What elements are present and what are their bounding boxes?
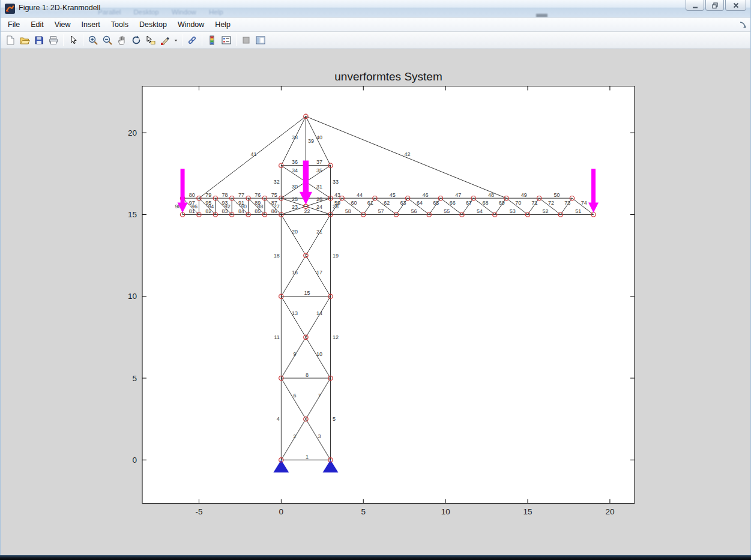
element-label-5: 5 [333, 416, 336, 422]
element-label-35: 35 [316, 167, 322, 173]
toolbar-separator [236, 34, 237, 46]
minimize-button[interactable] [686, 0, 704, 11]
print-figure-button[interactable] [46, 33, 61, 47]
element-label-97: 97 [189, 200, 195, 206]
new-figure-button[interactable] [3, 33, 17, 47]
element-label-80: 80 [189, 192, 195, 198]
new-figure-icon [5, 35, 16, 46]
menu-bar: FileEditViewInsertToolsDesktopWindowHelp [0, 17, 751, 32]
element-label-2: 2 [293, 433, 296, 439]
element-label-9: 9 [293, 351, 296, 357]
element-label-66: 66 [450, 200, 456, 206]
plot-area[interactable] [142, 86, 635, 504]
element-label-20: 20 [292, 229, 298, 235]
element-label-87: 87 [271, 200, 277, 206]
insert-legend-icon [221, 35, 232, 46]
plot-svg: unverformtes System-50510152005101520123… [0, 49, 751, 555]
element-label-86: 86 [271, 208, 277, 214]
element-label-48: 48 [488, 192, 494, 198]
toolbar-separator [202, 34, 202, 46]
element-label-52: 52 [542, 208, 548, 214]
matlab-logo-icon [5, 4, 15, 14]
zoom-out-button[interactable] [100, 33, 115, 47]
element-label-39: 39 [308, 138, 314, 144]
element-label-71: 71 [532, 200, 538, 206]
element-label-18: 18 [274, 253, 280, 259]
figure-toolbar [0, 32, 751, 49]
element-label-55: 55 [444, 208, 450, 214]
element-label-33: 33 [333, 179, 339, 185]
element-label-67: 67 [466, 200, 472, 206]
element-label-49: 49 [521, 192, 527, 198]
element-label-65: 65 [433, 200, 439, 206]
element-label-36: 36 [292, 159, 298, 165]
link-plot-button[interactable] [185, 33, 199, 47]
menu-item-help[interactable]: Help [210, 18, 236, 31]
zoom-in-icon [88, 35, 98, 46]
edit-plot-pointer-icon [68, 35, 79, 46]
x-tick-label: 5 [361, 507, 366, 516]
minimize-icon [691, 1, 699, 10]
element-label-32: 32 [274, 179, 280, 185]
y-tick-label: 0 [132, 456, 137, 465]
brush-data-button[interactable] [158, 33, 172, 47]
menu-item-tools[interactable]: Tools [106, 18, 134, 31]
element-label-3: 3 [318, 433, 321, 439]
element-label-60: 60 [351, 200, 357, 206]
menu-item-edit[interactable]: Edit [25, 18, 49, 31]
matlab-figure-window: Figure 1: 2D-Kranmodell Parallel Desktop… [0, 0, 751, 560]
element-label-53: 53 [510, 208, 516, 214]
close-button[interactable] [725, 0, 746, 11]
element-label-40: 40 [316, 134, 322, 140]
element-label-13: 13 [292, 310, 298, 316]
rotate-3d-button[interactable] [129, 33, 143, 47]
save-figure-button[interactable] [32, 33, 46, 47]
pan-hand-button[interactable] [115, 33, 129, 47]
menu-item-desktop[interactable]: Desktop [134, 18, 172, 31]
element-label-34: 34 [292, 167, 298, 173]
element-label-41: 41 [250, 151, 256, 157]
show-plot-tools-button[interactable] [253, 33, 268, 47]
element-label-19: 19 [333, 253, 339, 259]
insert-legend-button[interactable] [219, 33, 234, 47]
element-label-7: 7 [318, 393, 321, 399]
element-label-68: 68 [482, 200, 488, 206]
hide-plot-tools-button[interactable] [239, 33, 253, 47]
restore-button[interactable] [705, 0, 724, 11]
y-tick-label: 10 [128, 292, 137, 301]
restore-icon [711, 1, 719, 10]
menu-item-view[interactable]: View [49, 18, 76, 31]
element-label-59: 59 [334, 200, 340, 206]
rotate-3d-icon [131, 35, 142, 46]
element-label-50: 50 [554, 192, 560, 198]
print-figure-icon [48, 35, 59, 46]
edit-plot-pointer-button[interactable] [66, 33, 80, 47]
x-tick-label: 15 [523, 507, 532, 516]
element-label-78: 78 [222, 192, 228, 198]
element-label-44: 44 [357, 192, 363, 198]
element-label-70: 70 [515, 200, 521, 206]
open-file-icon [19, 35, 30, 46]
brush-dropdown-button[interactable] [172, 33, 179, 47]
menu-item-window[interactable]: Window [172, 18, 210, 31]
x-tick-label: 10 [441, 507, 450, 516]
menu-item-file[interactable]: File [2, 18, 25, 31]
element-label-64: 64 [417, 200, 423, 206]
element-label-23: 23 [292, 204, 298, 210]
close-icon [732, 1, 740, 10]
insert-colorbar-button[interactable] [205, 33, 219, 47]
element-label-37: 37 [316, 159, 322, 165]
dock-figure-arrow-icon[interactable] [738, 20, 747, 29]
element-label-21: 21 [316, 229, 322, 235]
link-plot-icon [187, 35, 198, 46]
menu-item-insert[interactable]: Insert [76, 18, 106, 31]
data-cursor-button[interactable] [143, 33, 158, 47]
zoom-in-button[interactable] [86, 33, 100, 47]
toolbar-separator [83, 34, 83, 46]
open-file-button[interactable] [17, 33, 32, 47]
element-label-91: 91 [238, 200, 244, 206]
element-label-10: 10 [316, 351, 322, 357]
brush-data-icon [160, 35, 170, 46]
element-label-62: 62 [384, 200, 390, 206]
element-label-42: 42 [404, 151, 410, 157]
